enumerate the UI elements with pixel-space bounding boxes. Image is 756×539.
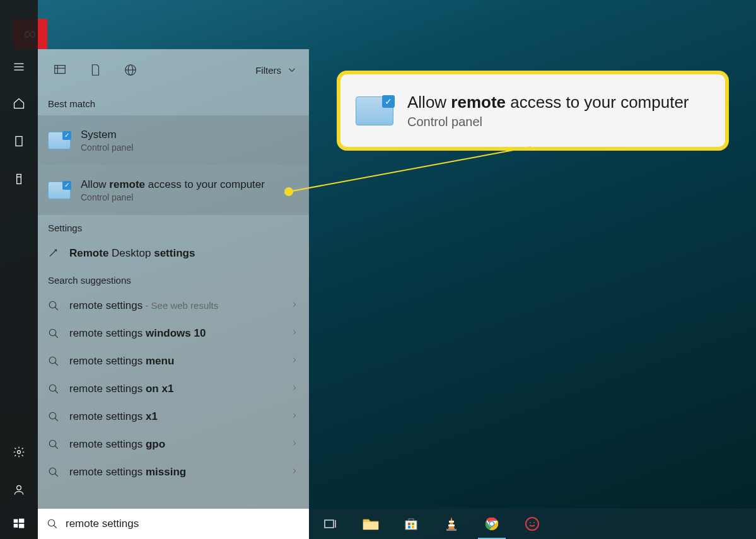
scope-documents-icon[interactable] bbox=[81, 55, 110, 84]
svg-line-25 bbox=[55, 390, 58, 393]
svg-rect-37 bbox=[405, 521, 417, 530]
chevron-right-icon bbox=[290, 328, 299, 339]
svg-point-32 bbox=[48, 519, 55, 526]
best-match-header: Best match bbox=[38, 91, 309, 115]
svg-rect-39 bbox=[412, 523, 414, 525]
svg-point-18 bbox=[49, 301, 56, 308]
callout-highlight: Allow remote access to your computer Con… bbox=[340, 74, 725, 147]
settings-result-remote-desktop[interactable]: Remote Desktop settings bbox=[38, 240, 309, 267]
result-title: Allow remote access to your computer bbox=[81, 178, 265, 191]
search-suggestion[interactable]: remote settings missing bbox=[38, 458, 309, 486]
apps-icon[interactable] bbox=[0, 160, 38, 198]
callout-title: Allow remote access to your computer bbox=[407, 93, 689, 112]
svg-point-24 bbox=[49, 385, 56, 391]
chevron-right-icon bbox=[290, 383, 299, 395]
svg-rect-44 bbox=[448, 525, 455, 526]
svg-line-19 bbox=[55, 307, 58, 310]
hamburger-icon[interactable] bbox=[0, 49, 38, 84]
account-icon[interactable] bbox=[0, 471, 38, 509]
svg-rect-11 bbox=[19, 524, 24, 528]
svg-point-49 bbox=[526, 518, 538, 530]
svg-line-29 bbox=[55, 446, 58, 449]
settings-result-icon bbox=[48, 248, 59, 259]
search-suggestion[interactable]: remote settings gpo bbox=[38, 431, 309, 458]
search-suggestion[interactable]: remote settings menu bbox=[38, 347, 309, 375]
control-panel-icon bbox=[48, 182, 71, 199]
search-icon bbox=[48, 300, 59, 311]
start-search-panel: Filters Best match System Control panel … bbox=[38, 49, 309, 509]
svg-rect-40 bbox=[408, 526, 410, 528]
task-view-icon[interactable] bbox=[320, 514, 340, 534]
search-suggestion[interactable]: remote settings windows 10 bbox=[38, 320, 309, 347]
svg-rect-4 bbox=[17, 175, 21, 184]
suggestion-label: remote settings gpo bbox=[69, 438, 280, 451]
start-button[interactable] bbox=[0, 509, 38, 539]
suggestion-label: remote settings missing bbox=[69, 466, 280, 478]
settings-result-label: Remote Desktop settings bbox=[69, 247, 299, 260]
svg-rect-43 bbox=[449, 521, 454, 523]
svg-line-23 bbox=[55, 362, 58, 366]
chrome-icon[interactable] bbox=[482, 514, 502, 534]
scope-web-icon[interactable] bbox=[116, 55, 145, 84]
svg-rect-10 bbox=[14, 524, 18, 528]
svg-point-51 bbox=[533, 522, 535, 523]
search-bar[interactable] bbox=[38, 509, 309, 539]
taskbar bbox=[309, 509, 756, 539]
suggestion-label: remote settings - See web results bbox=[69, 299, 280, 312]
svg-marker-42 bbox=[448, 517, 455, 529]
control-panel-icon bbox=[356, 96, 393, 125]
control-panel-icon bbox=[48, 132, 71, 149]
search-input[interactable] bbox=[66, 518, 300, 530]
search-icon bbox=[47, 518, 58, 530]
svg-line-31 bbox=[55, 473, 58, 477]
svg-point-22 bbox=[49, 357, 56, 364]
svg-rect-38 bbox=[408, 523, 410, 525]
settings-header: Settings bbox=[38, 215, 309, 240]
callout-subtitle: Control panel bbox=[407, 115, 689, 129]
search-icon bbox=[48, 383, 59, 395]
vlc-icon[interactable] bbox=[441, 514, 462, 534]
search-panel-header: Filters bbox=[38, 49, 309, 91]
svg-rect-12 bbox=[55, 66, 66, 74]
svg-line-33 bbox=[54, 525, 57, 528]
chevron-right-icon bbox=[290, 439, 299, 450]
filters-button[interactable]: Filters bbox=[255, 64, 301, 76]
best-match-result-remote-access[interactable]: Allow remote access to your computer Con… bbox=[38, 165, 309, 215]
result-subtitle: Control panel bbox=[81, 142, 133, 153]
search-suggestion[interactable]: remote settings - See web results bbox=[38, 292, 309, 320]
suggestions-header: Search suggestions bbox=[38, 267, 309, 292]
suggestion-label: remote settings x1 bbox=[69, 410, 280, 423]
svg-rect-41 bbox=[412, 526, 414, 528]
search-icon bbox=[48, 411, 59, 422]
search-icon bbox=[48, 439, 59, 450]
svg-point-48 bbox=[490, 522, 494, 526]
app-red-circle-icon[interactable] bbox=[522, 514, 542, 534]
filters-label: Filters bbox=[255, 65, 281, 76]
svg-point-7 bbox=[17, 485, 21, 490]
svg-rect-34 bbox=[325, 520, 334, 528]
search-suggestion[interactable]: remote settings x1 bbox=[38, 403, 309, 431]
svg-point-6 bbox=[18, 451, 21, 454]
documents-icon[interactable] bbox=[0, 122, 38, 160]
search-icon bbox=[48, 467, 59, 478]
svg-rect-3 bbox=[16, 137, 22, 146]
result-subtitle: Control panel bbox=[81, 192, 265, 202]
chevron-right-icon bbox=[290, 467, 299, 478]
svg-point-30 bbox=[49, 468, 56, 475]
svg-point-26 bbox=[49, 412, 56, 419]
microsoft-store-icon[interactable] bbox=[401, 514, 421, 534]
svg-point-50 bbox=[530, 522, 531, 523]
settings-icon[interactable] bbox=[0, 433, 38, 471]
scope-apps-icon[interactable] bbox=[45, 55, 74, 84]
suggestion-label: remote settings windows 10 bbox=[69, 327, 280, 340]
svg-point-20 bbox=[49, 329, 56, 336]
search-icon bbox=[48, 328, 59, 339]
home-icon[interactable] bbox=[0, 84, 38, 122]
best-match-result-system[interactable]: System Control panel bbox=[38, 115, 309, 165]
suggestion-label: remote settings menu bbox=[69, 355, 280, 368]
search-suggestion[interactable]: remote settings on x1 bbox=[38, 375, 309, 403]
svg-line-52 bbox=[289, 147, 531, 192]
svg-rect-8 bbox=[14, 519, 18, 523]
file-explorer-icon[interactable] bbox=[361, 514, 381, 534]
chevron-down-icon bbox=[286, 64, 298, 76]
